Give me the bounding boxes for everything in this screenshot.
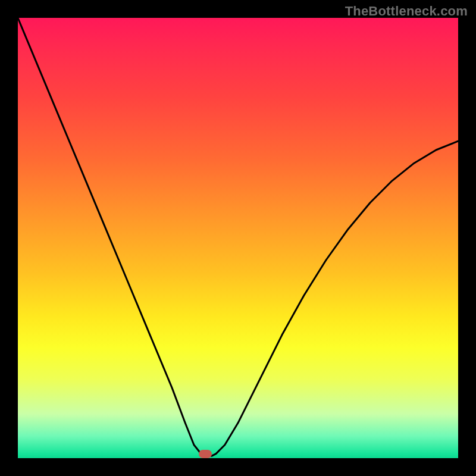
plot-area <box>18 18 458 458</box>
bottleneck-curve <box>18 18 458 458</box>
watermark-text: TheBottleneck.com <box>345 4 468 19</box>
chart-frame: TheBottleneck.com <box>0 0 476 476</box>
optimum-marker <box>199 450 212 458</box>
